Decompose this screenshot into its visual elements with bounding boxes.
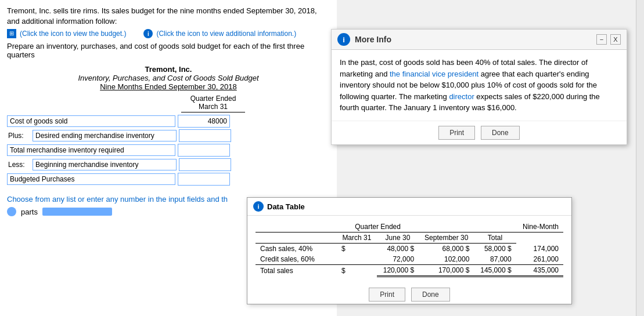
row-beginning: Less: Beginning merchandise inventory [7,158,330,171]
more-info-title: More Info [355,35,391,44]
cell-total-label: Total sales [256,265,337,277]
scrollbar[interactable] [636,0,644,316]
label-budgeted: Budgeted Purchases [7,173,175,185]
close-button[interactable]: X [610,34,621,45]
data-table-info-icon: i [253,201,264,212]
label-beginning: Beginning merchandise inventory [33,159,177,170]
more-info-print-button[interactable]: Print [438,126,475,140]
parts-label: parts [21,208,38,216]
table-row-cash: Cash sales, 40% $ 48,000 $ 68,000 $ 58,0… [256,244,563,255]
budget-header: Tremont, Inc. Inventory, Purchases, and … [7,65,330,91]
quarter-spacer [7,95,181,112]
cell-total-total: 435,000 [516,265,563,277]
label-cogs: Cost of goods sold [7,115,175,127]
budget-date: Nine Months Ended September 30, 2018 [7,82,330,91]
cell-cash-label: Cash sales, 40% [256,244,337,255]
col-header-label [256,221,337,233]
cell-cash-march: 48,000 $ [377,244,419,255]
input-total-merch[interactable] [178,144,230,157]
col-header-nine-month: Nine-Month [516,221,563,233]
cell-cash-dollar1: $ [337,244,377,255]
cell-total-sep: 145,000 $ [474,265,516,277]
quarter-header-row: Quarter Ended March 31 [7,95,330,112]
data-table-print-button[interactable]: Print [369,288,405,302]
col-sub-total: Total [474,233,516,244]
minimize-button[interactable]: − [596,34,607,45]
table-row-credit: Credit sales, 60% 72,000 102,000 87,000 … [256,254,563,265]
col-sub-june: June 30 [377,233,419,244]
highlight-text-2: director [449,92,474,101]
row-total-merch: Total merchandise inventory required [7,144,330,157]
highlight-text-1: the financial vice president [390,70,478,78]
col-header-quarter: Quarter Ended [337,221,419,233]
cell-credit-june: 102,000 [419,254,474,265]
row-desired-ending: Plus: Desired ending merchandise invento… [7,129,330,142]
sales-table: Quarter Ended Nine-Month March 31 June 3… [256,221,563,277]
col-header-blank [419,221,516,233]
cell-credit-label: Credit sales, 60% [256,254,337,265]
prefix-beginning: Less: [7,159,30,170]
input-beginning[interactable] [179,158,231,171]
data-table-footer: Print Done [247,283,571,304]
budget-link-label: (Click the icon to view the budget.) [20,30,126,38]
cell-credit-dollar1 [337,254,377,265]
parts-icon [7,207,16,216]
more-info-done-button[interactable]: Done [481,126,520,140]
cell-total-march: 120,000 $ [377,265,419,277]
data-table-panel: i Data Table Quarter Ended Nine-Month Ma… [247,197,572,304]
quarter-header-cell: Quarter Ended March 31 [181,95,245,112]
data-table-done-button[interactable]: Done [411,288,450,302]
info-icon-small: i [143,29,153,38]
header-controls: − X [596,34,621,45]
more-info-header: i More Info − X [332,30,627,50]
links-row: ⊞ (Click the icon to view the budget.) i… [7,29,330,38]
intro-text: Tremont, Inc. sells tire rims. Its sales… [7,6,330,27]
cell-total-june: 170,000 $ [419,265,474,277]
prefix-desired: Plus: [7,130,30,141]
more-info-text: In the past, cost of goods sold has been… [340,57,618,114]
input-cogs[interactable] [178,115,230,128]
company-name: Tremont, Inc. [7,65,330,74]
info-link-label: (Click the icon to view additional infor… [156,30,296,38]
budget-title: Inventory, Purchases, and Cost of Goods … [7,74,330,82]
col-sub-sep: September 30 [419,233,474,244]
cell-total-dollar1: $ [337,265,377,277]
cell-credit-total: 261,000 [516,254,563,265]
table-row-total: Total sales $ 120,000 $ 170,000 $ 145,00… [256,265,563,277]
more-info-body: In the past, cost of goods sold has been… [332,50,627,121]
data-table-header-row: i Data Table [247,198,571,216]
col-sub-march: March 31 [337,233,377,244]
more-info-icon: i [337,33,350,46]
more-info-panel: i More Info − X In the past, cost of goo… [331,29,627,145]
input-budgeted[interactable] [178,173,230,186]
data-table-header-label: Data Table [267,202,305,211]
row-budgeted: Budgeted Purchases [7,173,330,186]
grid-icon: ⊞ [7,29,16,38]
label-desired: Desired ending merchandise inventory [33,130,177,141]
input-desired[interactable] [179,129,231,142]
data-table-inner: Quarter Ended Nine-Month March 31 June 3… [247,216,571,283]
parts-slider[interactable] [42,208,112,216]
more-info-footer: Print Done [332,121,627,144]
cell-cash-june: 68,000 $ [419,244,474,255]
cell-credit-sep: 87,000 [474,254,516,265]
cell-cash-total: 174,000 [516,244,563,255]
cell-credit-march: 72,000 [377,254,419,265]
col-sub-label [256,233,337,244]
cell-cash-sep: 58,000 $ [474,244,516,255]
label-total-merch: Total merchandise inventory required [7,144,175,156]
prepare-text: Prepare an inventory, purchases, and cos… [7,42,330,59]
budget-icon-link[interactable]: ⊞ (Click the icon to view the budget.) [7,29,126,38]
row-cogs: Cost of goods sold [7,115,330,128]
info-icon-link[interactable]: i (Click the icon to view additional inf… [143,29,296,38]
more-info-title-row: i More Info [337,33,391,46]
